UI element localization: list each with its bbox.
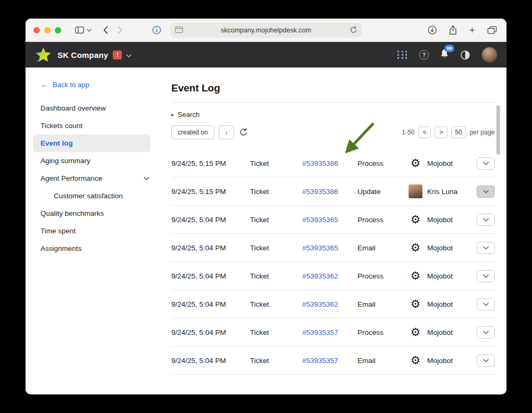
- company-logo-star-icon[interactable]: [35, 46, 52, 64]
- next-page-button[interactable]: >: [435, 127, 447, 138]
- app-header: SK Company ! ? 99: [26, 42, 506, 68]
- sort-direction-button[interactable]: ↓: [219, 125, 234, 139]
- pagination-range: 1-50: [402, 129, 414, 136]
- ticket-link[interactable]: #53935357: [302, 328, 358, 336]
- pagination: 1-50 < > 50 per page: [402, 127, 495, 138]
- vertical-scrollbar[interactable]: [496, 105, 500, 155]
- event-action: Process: [358, 272, 409, 280]
- back-to-app-link[interactable]: ← Back to app: [26, 80, 161, 89]
- back-to-app-label: Back to app: [53, 81, 89, 89]
- ticket-link[interactable]: #53935357: [302, 357, 358, 365]
- user-avatar[interactable]: [481, 47, 497, 63]
- tab-overview-icon[interactable]: [487, 26, 497, 34]
- ticket-link[interactable]: #53935386: [302, 159, 358, 167]
- alert-badge[interactable]: !: [113, 50, 122, 60]
- browser-window: skcompany.mojohelpdesk.com +: [26, 19, 506, 394]
- table-row: 9/24/25, 5:04 PM Ticket #53935362 Email …: [171, 290, 495, 318]
- ticket-link[interactable]: #53935365: [302, 244, 358, 252]
- apps-grid-icon[interactable]: [397, 50, 408, 58]
- table-row: 9/24/25, 5:15 PM Ticket #53935386 Update…: [171, 178, 495, 206]
- table-row: 9/24/25, 5:15 PM Ticket #53935386 Proces…: [171, 149, 495, 178]
- new-tab-icon[interactable]: +: [469, 25, 475, 35]
- title-divider: [171, 102, 495, 103]
- sidebar-item-time-spent[interactable]: Time spent: [26, 222, 161, 240]
- sidebar-item-tickets-count[interactable]: Tickets count: [26, 117, 161, 134]
- actor-name: Mojobot: [427, 159, 453, 167]
- prev-page-button[interactable]: <: [418, 127, 431, 138]
- search-toggle[interactable]: ▸ Search: [171, 111, 495, 119]
- sidebar-item-event-log[interactable]: Event log: [33, 134, 151, 152]
- share-icon[interactable]: [449, 25, 457, 35]
- row-expand-button[interactable]: [477, 157, 495, 170]
- event-object-type: Ticket: [250, 272, 302, 280]
- actor-cell: Kris Luna: [409, 184, 477, 198]
- actor-cell: ⚙ Mojobot: [409, 214, 477, 225]
- browser-chrome: skcompany.mojohelpdesk.com +: [26, 19, 506, 42]
- sidebar-item-dashboard-overview[interactable]: Dashboard overview: [26, 99, 161, 117]
- event-object-type: Ticket: [250, 244, 302, 252]
- reload-icon[interactable]: [350, 26, 358, 36]
- event-object-type: Ticket: [250, 357, 302, 365]
- event-time: 9/24/25, 5:04 PM: [171, 272, 250, 280]
- event-action: Email: [358, 244, 409, 252]
- downloads-icon[interactable]: [428, 26, 437, 35]
- actor-name: Kris Luna: [427, 188, 458, 196]
- company-name[interactable]: SK Company: [57, 50, 108, 60]
- row-expand-button[interactable]: [477, 214, 495, 226]
- event-object-type: Ticket: [250, 159, 302, 167]
- row-expand-button[interactable]: [477, 326, 495, 339]
- page-size-button[interactable]: 50: [451, 127, 466, 138]
- event-table: 9/24/25, 5:15 PM Ticket #53935386 Proces…: [171, 149, 495, 375]
- ticket-link[interactable]: #53935362: [302, 272, 358, 280]
- sidebar-item-label: Aging summary: [40, 157, 90, 165]
- sidebar-item-agent-performance[interactable]: Agent Performance: [26, 170, 161, 187]
- sidebar-toggle-icon[interactable]: [75, 27, 84, 33]
- forward-button[interactable]: [118, 26, 122, 34]
- actor-name: Mojobot: [427, 272, 453, 280]
- sidebar-item-aging-summary[interactable]: Aging summary: [26, 152, 161, 170]
- company-menu-chevron-icon[interactable]: [126, 50, 131, 60]
- notifications-bell-icon[interactable]: 99: [440, 48, 449, 61]
- row-expand-button[interactable]: [477, 298, 495, 310]
- zoom-window-button[interactable]: [55, 27, 61, 33]
- table-row: 9/24/25, 5:04 PM Ticket #53935362 Proces…: [171, 262, 495, 290]
- row-expand-button[interactable]: [477, 355, 495, 367]
- sort-field-button[interactable]: created on: [171, 125, 214, 139]
- event-time: 9/24/25, 5:15 PM: [171, 188, 250, 196]
- event-object-type: Ticket: [250, 300, 302, 308]
- contrast-toggle-icon[interactable]: [460, 50, 470, 60]
- row-expand-button[interactable]: [477, 270, 495, 282]
- sidebar-item-quality-benchmarks[interactable]: Quality benchmarks: [26, 205, 161, 222]
- event-time: 9/24/25, 5:04 PM: [171, 244, 250, 252]
- per-page-label: per page: [470, 129, 495, 136]
- row-expand-button[interactable]: [477, 242, 495, 254]
- actor-cell: ⚙ Mojobot: [409, 158, 477, 169]
- row-expand-button[interactable]: [477, 186, 495, 198]
- help-icon[interactable]: ?: [419, 50, 429, 60]
- back-button[interactable]: [103, 26, 108, 34]
- chevron-down-icon[interactable]: [87, 29, 92, 32]
- event-action: Process: [358, 328, 409, 336]
- sidebar-item-label: Customer satisfaction: [54, 192, 123, 200]
- collapsed-caret-icon: ▸: [171, 112, 174, 117]
- actor-name: Mojobot: [427, 300, 453, 308]
- event-time: 9/24/25, 5:04 PM: [171, 328, 250, 336]
- refresh-button[interactable]: [239, 128, 248, 137]
- actor-cell: ⚙ Mojobot: [409, 355, 477, 366]
- address-bar[interactable]: skcompany.mojohelpdesk.com: [170, 23, 362, 38]
- ticket-link[interactable]: #53935362: [302, 300, 358, 308]
- ticket-link[interactable]: #53935386: [302, 188, 358, 196]
- minimize-window-button[interactable]: [44, 27, 51, 33]
- table-row: 9/24/25, 5:04 PM Ticket #53935365 Proces…: [171, 206, 495, 234]
- sidebar-item-assignments[interactable]: Assignments: [26, 240, 161, 257]
- sidebar: ← Back to app Dashboard overview Tickets…: [26, 68, 161, 394]
- ticket-link[interactable]: #53935365: [302, 216, 358, 224]
- site-settings-icon[interactable]: [175, 27, 183, 35]
- event-object-type: Ticket: [250, 188, 302, 196]
- event-time: 9/24/25, 5:04 PM: [171, 357, 250, 365]
- sidebar-item-customer-satisfaction[interactable]: Customer satisfaction: [26, 187, 161, 205]
- info-icon[interactable]: [152, 26, 161, 35]
- close-window-button[interactable]: [34, 27, 40, 33]
- chevron-down-icon: [144, 176, 149, 180]
- sidebar-nav: Dashboard overview Tickets count Event l…: [26, 99, 161, 257]
